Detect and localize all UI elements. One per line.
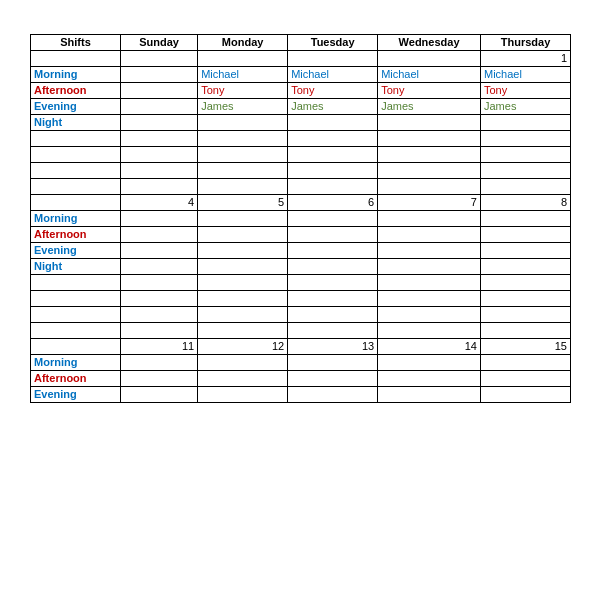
staff-cell — [480, 147, 570, 163]
shift-label — [31, 163, 121, 179]
shift-label: Morning — [31, 355, 121, 371]
table-row — [31, 275, 571, 291]
staff-cell — [121, 83, 198, 99]
staff-cell — [198, 259, 288, 275]
staff-cell: James — [378, 99, 481, 115]
table-row: Afternoon — [31, 371, 571, 387]
staff-cell — [198, 387, 288, 403]
staff-cell — [378, 131, 481, 147]
staff-cell: James — [288, 99, 378, 115]
staff-cell — [288, 147, 378, 163]
staff-cell — [288, 291, 378, 307]
staff-cell — [288, 211, 378, 227]
staff-cell — [121, 387, 198, 403]
staff-cell: Michael — [288, 67, 378, 83]
staff-cell — [198, 163, 288, 179]
staff-cell — [121, 67, 198, 83]
staff-cell: Michael — [480, 67, 570, 83]
staff-cell — [121, 179, 198, 195]
shift-label: Afternoon — [31, 371, 121, 387]
staff-cell — [121, 259, 198, 275]
table-row — [31, 291, 571, 307]
staff-cell — [198, 355, 288, 371]
staff-cell: James — [198, 99, 288, 115]
staff-cell — [288, 243, 378, 259]
staff-cell — [378, 147, 481, 163]
staff-cell — [480, 259, 570, 275]
staff-cell: Tony — [288, 83, 378, 99]
staff-cell — [121, 115, 198, 131]
date-cell: 5 — [198, 195, 288, 211]
table-row — [31, 179, 571, 195]
table-row — [31, 307, 571, 323]
staff-cell — [480, 227, 570, 243]
staff-cell — [121, 147, 198, 163]
staff-cell — [288, 307, 378, 323]
date-cell — [121, 51, 198, 67]
staff-cell: Tony — [480, 83, 570, 99]
date-cell — [31, 195, 121, 211]
shift-label — [31, 131, 121, 147]
staff-cell — [378, 275, 481, 291]
date-cell: 1 — [480, 51, 570, 67]
shift-label: Afternoon — [31, 227, 121, 243]
staff-cell — [480, 211, 570, 227]
date-cell: 8 — [480, 195, 570, 211]
col-header-monday: Monday — [198, 35, 288, 51]
staff-cell — [121, 291, 198, 307]
shift-label: Afternoon — [31, 83, 121, 99]
date-cell: 6 — [288, 195, 378, 211]
staff-cell — [378, 387, 481, 403]
staff-cell — [288, 179, 378, 195]
shift-label: Morning — [31, 67, 121, 83]
staff-cell: Tony — [198, 83, 288, 99]
table-row — [31, 323, 571, 339]
staff-cell — [288, 387, 378, 403]
staff-cell — [480, 131, 570, 147]
staff-cell — [198, 115, 288, 131]
staff-cell — [121, 163, 198, 179]
staff-cell — [288, 259, 378, 275]
staff-cell — [198, 323, 288, 339]
date-cell — [31, 51, 121, 67]
shift-label: Night — [31, 115, 121, 131]
staff-cell — [288, 131, 378, 147]
staff-cell: Michael — [378, 67, 481, 83]
col-header-tuesday: Tuesday — [288, 35, 378, 51]
table-row — [31, 163, 571, 179]
table-row — [31, 147, 571, 163]
staff-cell — [378, 227, 481, 243]
staff-cell — [121, 371, 198, 387]
table-row — [31, 131, 571, 147]
shift-label: Evening — [31, 387, 121, 403]
shift-label: Evening — [31, 243, 121, 259]
staff-cell — [378, 259, 481, 275]
staff-cell — [480, 291, 570, 307]
staff-cell — [378, 307, 481, 323]
table-row: MorningMichaelMichaelMichaelMichael — [31, 67, 571, 83]
table-row: Afternoon — [31, 227, 571, 243]
staff-cell — [121, 99, 198, 115]
staff-cell — [480, 307, 570, 323]
staff-cell — [480, 355, 570, 371]
col-header-wednesday: Wednesday — [378, 35, 481, 51]
staff-cell — [198, 371, 288, 387]
shift-label: Morning — [31, 211, 121, 227]
staff-cell — [198, 243, 288, 259]
staff-cell — [198, 291, 288, 307]
date-cell: 14 — [378, 339, 481, 355]
staff-cell — [198, 211, 288, 227]
staff-cell — [288, 227, 378, 243]
date-cell — [31, 339, 121, 355]
staff-cell — [378, 291, 481, 307]
staff-cell — [480, 323, 570, 339]
shift-label — [31, 275, 121, 291]
staff-cell — [480, 163, 570, 179]
staff-cell — [288, 163, 378, 179]
table-row: Evening — [31, 243, 571, 259]
staff-cell — [480, 387, 570, 403]
staff-cell — [378, 371, 481, 387]
date-cell: 7 — [378, 195, 481, 211]
date-cell: 12 — [198, 339, 288, 355]
staff-cell — [121, 131, 198, 147]
